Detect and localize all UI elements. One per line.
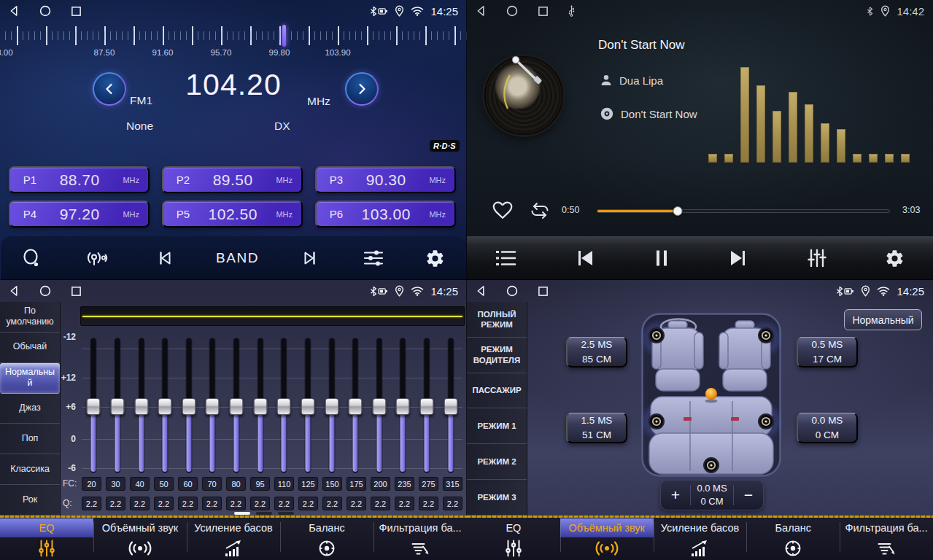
- preset-button[interactable]: P5 102.50 MHz: [162, 201, 303, 228]
- listening-mode-item[interactable]: РЕЖИМ 2: [467, 444, 527, 480]
- preset-button[interactable]: P2 89.50 MHz: [162, 166, 303, 193]
- eq-preset-item[interactable]: Поп: [0, 424, 60, 454]
- pause-icon[interactable]: [653, 249, 670, 268]
- q-value[interactable]: 2.2: [443, 497, 462, 510]
- eq-band-slider[interactable]: [225, 337, 249, 474]
- eq-band-slider[interactable]: [177, 337, 201, 474]
- previous-station-icon[interactable]: [154, 248, 174, 268]
- eq-preset-item[interactable]: По умолчанию: [0, 302, 60, 332]
- increase-delay-button[interactable]: +: [661, 486, 690, 505]
- next-track-icon[interactable]: [727, 249, 749, 268]
- fc-value[interactable]: 315: [443, 477, 462, 491]
- mixer-sliders-icon[interactable]: [806, 248, 828, 268]
- audio-tab[interactable]: Фильтрация ба...: [373, 516, 467, 560]
- fc-value[interactable]: 50: [154, 477, 174, 491]
- next-station-icon[interactable]: [301, 248, 321, 268]
- slider-thumb[interactable]: [158, 398, 172, 415]
- scan-search-icon[interactable]: [21, 247, 43, 269]
- fc-value[interactable]: 275: [419, 477, 438, 491]
- eq-preset-item[interactable]: Классика: [0, 454, 60, 485]
- fc-value[interactable]: 150: [322, 477, 342, 491]
- decrease-delay-button[interactable]: −: [734, 486, 763, 505]
- rear-right-delay-button[interactable]: 0.0 MS 0 CM: [797, 413, 858, 443]
- seek-up-button[interactable]: [345, 72, 379, 106]
- eq-preset-item[interactable]: Рок: [0, 485, 60, 516]
- eq-band-slider[interactable]: [391, 337, 415, 474]
- playlist-icon[interactable]: [495, 249, 517, 268]
- home-icon[interactable]: [506, 5, 518, 17]
- slider-thumb[interactable]: [325, 398, 338, 415]
- settings-gear-icon[interactable]: [425, 249, 445, 268]
- slider-thumb[interactable]: [301, 398, 314, 415]
- recents-icon[interactable]: [71, 286, 82, 297]
- q-value[interactable]: 2.2: [274, 497, 294, 510]
- slider-thumb[interactable]: [396, 398, 410, 415]
- eq-band-slider[interactable]: [201, 337, 225, 474]
- eq-band-slider[interactable]: [153, 337, 177, 474]
- audio-tab[interactable]: Баланс: [746, 516, 840, 560]
- listening-mode-item[interactable]: ПАССАЖИР: [467, 373, 527, 409]
- eq-preset-item[interactable]: Джаз: [0, 394, 60, 424]
- fc-value[interactable]: 20: [82, 477, 101, 491]
- q-value[interactable]: 2.2: [154, 497, 174, 510]
- fc-value[interactable]: 80: [226, 477, 246, 491]
- q-value[interactable]: 2.2: [82, 497, 101, 510]
- slider-thumb[interactable]: [134, 398, 148, 415]
- slider-thumb[interactable]: [110, 398, 124, 415]
- eq-band-slider[interactable]: [248, 337, 272, 474]
- rear-left-delay-button[interactable]: 1.5 MS 51 CM: [566, 413, 627, 443]
- q-value[interactable]: 2.2: [347, 497, 366, 510]
- slider-thumb[interactable]: [182, 398, 195, 415]
- fc-value[interactable]: 40: [130, 477, 150, 491]
- audio-tab[interactable]: Фильтрация ба...: [840, 516, 933, 560]
- slider-thumb[interactable]: [206, 398, 220, 415]
- page-dot[interactable]: [278, 512, 294, 515]
- car-cabin-illustration[interactable]: [640, 312, 782, 478]
- home-icon[interactable]: [39, 5, 51, 17]
- home-icon[interactable]: [39, 285, 51, 297]
- seek-down-button[interactable]: [93, 72, 126, 106]
- back-icon[interactable]: [476, 5, 487, 17]
- listening-mode-item[interactable]: ПОЛНЫЙ РЕЖИМ: [467, 302, 527, 338]
- audio-tab[interactable]: Баланс: [280, 516, 373, 560]
- settings-gear-icon[interactable]: [885, 249, 905, 268]
- eq-band-slider[interactable]: [106, 337, 130, 474]
- q-value[interactable]: 2.2: [298, 497, 318, 510]
- broadcast-icon[interactable]: [85, 248, 112, 268]
- audio-tab[interactable]: EQ: [0, 516, 93, 560]
- slider-thumb[interactable]: [230, 398, 244, 415]
- back-icon[interactable]: [476, 285, 487, 297]
- fc-value[interactable]: 70: [202, 477, 222, 491]
- fc-value[interactable]: 60: [178, 477, 198, 491]
- page-dot[interactable]: [256, 512, 272, 515]
- eq-band-slider[interactable]: [296, 337, 320, 474]
- progress-thumb[interactable]: [673, 206, 683, 216]
- audio-tab[interactable]: Усиление басов: [187, 516, 280, 560]
- band-button[interactable]: BAND: [216, 250, 259, 266]
- back-icon[interactable]: [9, 285, 20, 297]
- album-art[interactable]: [484, 56, 563, 135]
- page-dot[interactable]: [234, 512, 250, 515]
- fc-value[interactable]: 200: [371, 477, 390, 491]
- q-value[interactable]: 2.2: [202, 497, 222, 510]
- dx-mode-label[interactable]: DX: [274, 120, 290, 133]
- fc-value[interactable]: 235: [395, 477, 414, 491]
- preset-button[interactable]: P1 88.70 MHz: [9, 166, 150, 193]
- slider-thumb[interactable]: [420, 398, 434, 415]
- q-value[interactable]: 2.2: [322, 497, 342, 510]
- eq-band-slider[interactable]: [415, 337, 439, 474]
- audio-tab[interactable]: Объёмный звук: [560, 516, 654, 560]
- previous-track-icon[interactable]: [574, 249, 596, 268]
- slider-thumb[interactable]: [349, 398, 363, 415]
- q-value[interactable]: 2.2: [419, 497, 438, 510]
- fc-value[interactable]: 110: [274, 477, 294, 491]
- eq-band-slider[interactable]: [272, 337, 296, 474]
- fc-value[interactable]: 95: [250, 477, 270, 491]
- audio-tab[interactable]: Усиление басов: [654, 516, 747, 560]
- q-value[interactable]: 2.2: [106, 497, 125, 510]
- eq-band-slider[interactable]: [438, 337, 462, 474]
- eq-preset-item[interactable]: Обычай: [0, 332, 60, 363]
- preset-button[interactable]: P3 90.30 MHz: [315, 166, 456, 193]
- q-value[interactable]: 2.2: [395, 497, 414, 510]
- repeat-icon[interactable]: [528, 201, 551, 220]
